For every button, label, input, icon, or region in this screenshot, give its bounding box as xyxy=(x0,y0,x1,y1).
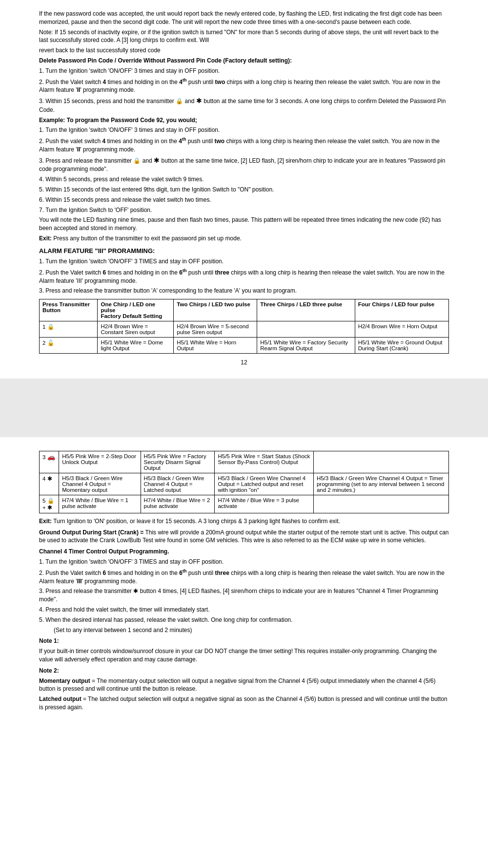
delete-steps: 1. Turn the Ignition 'switch 'ON/OFF' 3 … xyxy=(39,67,449,114)
page-gap xyxy=(0,379,488,437)
example-step-4: 4. Within 5 seconds, press and release t… xyxy=(39,175,449,184)
ground-output-text: Ground Output During Start (Crank) = Thi… xyxy=(39,529,449,545)
table1-header-col4: Four Chirps / LED four pulse xyxy=(355,299,448,321)
table1-header-col2: Two Chirps / LED two pulse xyxy=(174,299,257,321)
table2-row1-btn: 3 🚗 xyxy=(40,451,59,473)
table2-row1-col4 xyxy=(313,451,448,473)
feature-table-2: 3 🚗 H5/5 Pink Wire = 2-Step Door Unlock … xyxy=(39,451,449,513)
example-step-6: 6. Within 15 seconds press and release t… xyxy=(39,196,449,204)
channel4-steps: 1. Turn the Ignition 'switch 'ON/OFF' 3 … xyxy=(39,558,449,634)
table1-row2-btn: 2 🔓 xyxy=(40,338,98,354)
delete-step-2: 2. Push the Valet switch 4 times and hol… xyxy=(39,77,449,95)
channel4-step-5b: (Set to any interval between 1 second an… xyxy=(39,626,449,635)
table2-row1-col2: H5/5 Pink Wire = Factory Security Disarm… xyxy=(141,451,215,473)
channel4-step-3: 3. Press and release the transmitter ✱ b… xyxy=(39,587,449,604)
table2-row3-btn: 5 🔒 + ✱ xyxy=(40,495,59,513)
table1-row2-col1: H5/1 White Wire = Dome light Output xyxy=(98,338,174,354)
table1-row1-col1: H2/4 Brown Wire = Constant Siren output xyxy=(98,321,174,338)
table1-row2-col3: H5/1 White Wire = Factory Security Rearm… xyxy=(257,338,355,354)
momentary-output-text: Momentary output = The momentary output … xyxy=(39,677,449,694)
table2-row2-col4: H5/3 Black / Green Wire Channel 4 Output… xyxy=(313,473,448,495)
channel4-step-1: 1. Turn the Ignition 'switch 'ON/OFF' 3 … xyxy=(39,558,449,566)
example-step-3: 3. Press and release the transmitter 🔒 a… xyxy=(39,156,449,173)
table1-row1-col4: H2/4 Brown Wire = Horn Output xyxy=(355,321,448,338)
table1-row1-col3 xyxy=(257,321,355,338)
latched-output-text: Latched output = The latched output sele… xyxy=(39,695,449,712)
table2-row3-col3: H7/4 White / Blue Wire = 3 pulse activat… xyxy=(215,495,313,513)
alarm3-step-2: 2. Push the Valet switch 6 times and hol… xyxy=(39,268,449,285)
exit-note: Exit: Press any button of the transmitte… xyxy=(39,234,449,243)
table2-row2-col2: H5/3 Black / Green Wire Channel 4 Output… xyxy=(141,473,215,495)
example-step-2: 2. Push the valet switch 4 times and hol… xyxy=(39,136,449,154)
table1-row1-col2: H2/4 Brown Wire = 5-second pulse Siren o… xyxy=(174,321,257,338)
table1-header-btn: Press Transmitter Button xyxy=(40,299,98,321)
table2-row3-col1: H7/4 White / Blue Wire = 1 pulse activat… xyxy=(59,495,141,513)
page-number-1: 12 xyxy=(39,359,449,367)
intro-para-3: revert back to the last successfully sto… xyxy=(39,46,449,55)
channel4-step-2: 2. Push the Valet switch 6 times and hol… xyxy=(39,568,449,586)
table2-row3-col4 xyxy=(313,495,448,513)
delete-step-3: 3. Within 15 seconds, press and hold the… xyxy=(39,96,449,114)
table1-header-col1: One Chirp / LED one pulse Factory Defaul… xyxy=(98,299,174,321)
channel4-step-5: 5. When the desired interval has passed,… xyxy=(39,616,449,624)
channel4-header: Channel 4 Timer Control Output Programmi… xyxy=(39,548,449,556)
example-step-5: 5. Within 15 seconds of the last entered… xyxy=(39,186,449,194)
table2-row1-col1: H5/5 Pink Wire = 2-Step Door Unlock Outp… xyxy=(59,451,141,473)
table2-row2-btn: 4 ✱ xyxy=(40,473,59,495)
table1-header-col3: Three Chirps / LED three pulse xyxy=(257,299,355,321)
alarm3-step-1: 1. Turn the Ignition 'switch 'ON/OFF' 3 … xyxy=(39,257,449,266)
delete-header: Delete Password Pin Code / Override With… xyxy=(39,57,449,65)
example-step-1: 1. Turn the Ignition 'switch 'ON/OFF' 3 … xyxy=(39,126,449,134)
table2-row2-col3: H5/3 Black / Green Wire Channel 4 Output… xyxy=(215,473,313,495)
intro-para-2: Note: If 15 seconds of inactivity expire… xyxy=(39,28,449,45)
page-top-section: If the new password code was accepted, t… xyxy=(0,0,488,379)
note2-header: Note 2: xyxy=(39,667,449,675)
delete-step-1: 1. Turn the Ignition 'switch 'ON/OFF' 3 … xyxy=(39,67,449,75)
note1-text: If your built-in timer controls window/s… xyxy=(39,647,449,664)
page: If the new password code was accepted, t… xyxy=(0,0,488,723)
example-note: You will note the LED flashing nine time… xyxy=(39,216,449,233)
page-bottom-section: 3 🚗 H5/5 Pink Wire = 2-Step Door Unlock … xyxy=(0,437,488,723)
alarm3-header: ALARM FEATURE "III" PRORAMMING: xyxy=(39,247,449,255)
table1-row2-col4: H5/1 White Wire = Ground Output During S… xyxy=(355,338,448,354)
example-step-7: 7. Turn the Ignition Switch to 'OFF' pos… xyxy=(39,206,449,214)
example-steps: 1. Turn the Ignition 'switch 'ON/OFF' 3 … xyxy=(39,126,449,214)
note1-header: Note 1: xyxy=(39,637,449,645)
channel4-step-4: 4. Press and hold the valet switch, the … xyxy=(39,606,449,614)
feature-table-1: Press Transmitter Button One Chirp / LED… xyxy=(39,299,449,354)
alarm3-steps: 1. Turn the Ignition 'switch 'ON/OFF' 3 … xyxy=(39,257,449,295)
table2-row2-col1: H5/3 Black / Green Wire Channel 4 Output… xyxy=(59,473,141,495)
table1-row1-btn: 1 🔒 xyxy=(40,321,98,338)
alarm3-step-3: 3. Press and release the transmitter but… xyxy=(39,287,449,295)
table2-row1-col3: H5/5 Pink Wire = Start Status (Shock Sen… xyxy=(215,451,313,473)
table1-row2-col2: H5/1 White Wire = Horn Output xyxy=(174,338,257,354)
exit-text: Exit: Turn Ignition to 'ON' position, or… xyxy=(39,517,449,526)
table2-row3-col2: H7/4 White / Blue Wire = 2 pulse activat… xyxy=(141,495,215,513)
intro-para-1: If the new password code was accepted, t… xyxy=(39,10,449,26)
example-header: Example: To program the Password Code 92… xyxy=(39,116,449,125)
